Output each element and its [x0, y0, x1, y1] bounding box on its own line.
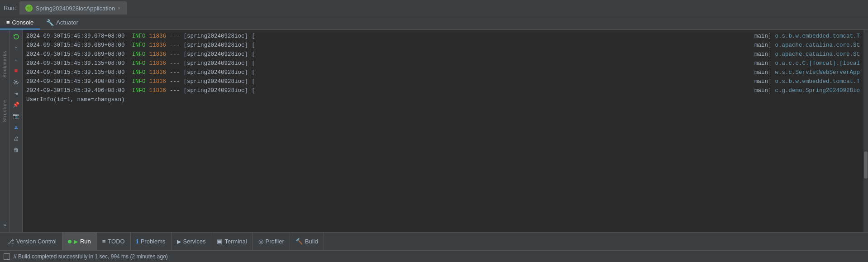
- log-timestamp: 2024-09-30T15:45:39.400+08:00: [26, 77, 125, 86]
- tab-terminal[interactable]: ▣ Terminal: [211, 233, 253, 250]
- bookmarks-label: Bookmarks: [2, 51, 7, 78]
- tab-todo[interactable]: ≡ TODO: [97, 233, 131, 250]
- scrollbar[interactable]: [863, 30, 868, 232]
- log-level: INFO: [132, 32, 146, 41]
- tab-build[interactable]: 🔨 Build: [290, 233, 324, 250]
- tab-actuator[interactable]: 🔧 Actuator: [40, 16, 84, 29]
- pin-button[interactable]: 📌: [11, 100, 21, 110]
- run-label-bottom: Run: [80, 238, 91, 245]
- actuator-label: Actuator: [56, 19, 78, 26]
- tool-panel: ↑ ↓ ■ ⇥ 📌 📷: [10, 30, 23, 232]
- restart-button[interactable]: [11, 32, 21, 42]
- trash-icon: 🗑: [14, 147, 19, 154]
- log-bracket: [: [252, 59, 255, 68]
- clear-button[interactable]: 🗑: [11, 145, 21, 155]
- more-icon[interactable]: »: [0, 220, 10, 230]
- log-separator: ---: [170, 68, 180, 77]
- log-bracket: [: [252, 32, 255, 41]
- log-appname: [spring20240928ioc]: [184, 59, 248, 68]
- log-pid: 11836: [149, 32, 167, 41]
- log-thread: main]: [754, 77, 772, 86]
- log-line: 2024-09-30T15:45:39.078+08:00 INFO 11836…: [23, 32, 863, 41]
- log-line: 2024-09-30T15:45:39.135+08:00 INFO 11836…: [23, 59, 863, 68]
- stop-button[interactable]: ■: [11, 66, 21, 76]
- tab-problems[interactable]: ℹ Problems: [131, 233, 172, 250]
- log-level: INFO: [132, 59, 146, 68]
- scrollbar-thumb[interactable]: [864, 151, 868, 179]
- print-button[interactable]: 🖨: [11, 134, 21, 144]
- tab-title: Spring20240928iocApplication: [35, 5, 115, 12]
- log-bracket: [: [252, 68, 255, 77]
- scroll-end-icon: ⇊: [14, 124, 18, 131]
- tab-run[interactable]: ▶ Run: [62, 233, 97, 250]
- build-label: Build: [305, 238, 318, 245]
- console-icon: ≡: [6, 19, 10, 26]
- log-appname: [spring20240928ioc]: [184, 41, 248, 50]
- tab-console[interactable]: ≡ Console: [0, 16, 40, 29]
- log-separator: ---: [170, 86, 180, 95]
- log-level: INFO: [132, 50, 146, 59]
- problems-icon: ℹ: [136, 238, 138, 245]
- log-line: 2024-09-30T15:45:39.406+08:00 INFO 11836…: [23, 86, 863, 95]
- tab-version-control[interactable]: ⎇ Version Control: [2, 233, 62, 250]
- status-checkbox[interactable]: [4, 253, 10, 260]
- log-thread: main]: [754, 50, 772, 59]
- log-separator: ---: [170, 77, 180, 86]
- terminal-icon: ▣: [217, 238, 222, 245]
- console-output[interactable]: 2024-09-30T15:45:39.078+08:00 INFO 11836…: [23, 30, 863, 232]
- main-area: Bookmarks Structure » ↑ ↓ ■: [0, 30, 868, 232]
- user-info-line: UserInfo(id=1, name=zhangsan): [23, 95, 863, 104]
- sidebar-structure[interactable]: Structure: [0, 106, 10, 116]
- log-thread: main]: [754, 68, 772, 77]
- wrap-icon: ⇥: [14, 90, 18, 97]
- problems-label: Problems: [141, 238, 166, 245]
- log-bracket: [: [252, 41, 255, 50]
- log-pid: 11836: [149, 59, 167, 68]
- wrap-button[interactable]: ⇥: [11, 88, 21, 98]
- close-tab-button[interactable]: ×: [118, 5, 120, 11]
- sidebar-bookmarks[interactable]: Bookmarks: [0, 59, 10, 69]
- tab-services[interactable]: ▶ Services: [172, 233, 212, 250]
- log-separator: ---: [170, 41, 180, 50]
- log-level: INFO: [132, 86, 146, 95]
- services-icon: ▶: [177, 238, 181, 245]
- log-class: o.apache.catalina.core.St: [775, 41, 860, 50]
- log-appname: [spring20240928ioc]: [184, 68, 248, 77]
- structure-label: Structure: [2, 100, 7, 122]
- log-pid: 11836: [149, 68, 167, 77]
- log-bracket: [: [252, 50, 255, 59]
- log-class: c.g.demo.Spring20240928io: [775, 86, 860, 95]
- run-dot-icon: [68, 240, 72, 243]
- log-timestamp: 2024-09-30T15:45:39.406+08:00: [26, 86, 125, 95]
- run-label: Run:: [4, 5, 16, 11]
- settings-button[interactable]: [11, 77, 21, 87]
- log-timestamp: 2024-09-30T15:45:39.089+08:00: [26, 41, 125, 50]
- sidebar-left: Bookmarks Structure »: [0, 30, 10, 232]
- camera-icon: 📷: [13, 113, 19, 120]
- log-appname: [spring20240928ioc]: [184, 77, 248, 86]
- todo-label: TODO: [108, 238, 124, 245]
- camera-button[interactable]: 📷: [11, 111, 21, 121]
- scroll-down-button[interactable]: ↓: [11, 54, 21, 64]
- spring-icon: 🌿: [25, 5, 33, 12]
- log-level: INFO: [132, 77, 146, 86]
- stop-icon: ■: [14, 68, 18, 74]
- todo-icon: ≡: [102, 238, 106, 245]
- scroll-end-button[interactable]: ⇊: [11, 122, 21, 132]
- log-thread: main]: [754, 41, 772, 50]
- log-timestamp: 2024-09-30T15:45:39.078+08:00: [26, 32, 125, 41]
- log-class: w.s.c.ServletWebServerApp: [775, 68, 860, 77]
- log-appname: [spring20240928ioc]: [184, 50, 248, 59]
- active-tab[interactable]: 🌿 Spring20240928iocApplication ×: [19, 1, 126, 15]
- scroll-up-button[interactable]: ↑: [11, 43, 21, 53]
- log-timestamp: 2024-09-30T15:45:39.135+08:00: [26, 68, 125, 77]
- log-class: o.s.b.w.embedded.tomcat.T: [775, 32, 860, 41]
- run-arrow-icon: ▶: [74, 238, 78, 245]
- log-separator: ---: [170, 32, 180, 41]
- bottom-tab-bar: ⎇ Version Control ▶ Run ≡ TODO ℹ Problem…: [0, 232, 868, 250]
- sub-tab-bar: ≡ Console 🔧 Actuator: [0, 16, 868, 30]
- up-arrow-icon: ↑: [14, 45, 18, 52]
- profiler-label: Profiler: [266, 238, 284, 245]
- log-thread: main]: [754, 59, 772, 68]
- tab-profiler[interactable]: ◎ Profiler: [253, 233, 290, 250]
